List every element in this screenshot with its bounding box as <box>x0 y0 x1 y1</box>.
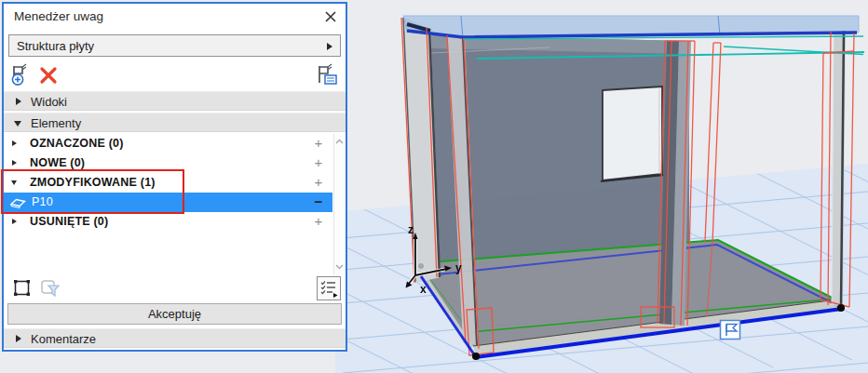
section-header-comments[interactable]: Komentarze <box>4 328 346 348</box>
list-options-button[interactable] <box>317 276 341 300</box>
list-item-p10[interactable]: P10 − <box>4 193 332 212</box>
panel-titlebar: Menedżer uwag <box>4 4 346 30</box>
add-button[interactable]: + <box>312 174 325 190</box>
chevron-right-icon <box>12 219 17 224</box>
list-item-marked[interactable]: OZNACZONE (0) + <box>4 134 332 153</box>
add-note-flag-icon[interactable] <box>10 63 34 87</box>
section-header-elements[interactable]: Elementy <box>4 113 346 132</box>
elements-list: OZNACZONE (0) + NOWE (0) + ZMODYFIKOWANE… <box>4 134 346 274</box>
chevron-right-icon <box>16 335 21 342</box>
ceiling-slab <box>403 16 859 38</box>
panel-bottom-toolbar <box>4 276 346 304</box>
app-window: z y x Menedżer uwag Struktura płyty <box>0 0 868 373</box>
note-style-dropdown[interactable]: Struktura płyty <box>8 34 341 57</box>
section-header-views[interactable]: Widoki <box>4 91 346 111</box>
chevron-right-icon <box>327 43 332 50</box>
scroll-down-icon[interactable] <box>335 264 344 270</box>
chevron-down-icon <box>11 180 17 185</box>
window-opening <box>601 87 665 181</box>
list-item-new[interactable]: NOWE (0) + <box>4 153 332 173</box>
close-icon[interactable] <box>324 10 337 23</box>
accept-button[interactable]: Akceptuję <box>7 303 342 325</box>
dropdown-value: Struktura płyty <box>17 39 94 53</box>
slab-icon <box>10 196 26 209</box>
add-button[interactable]: + <box>312 213 325 229</box>
panel-toolbar <box>4 60 346 90</box>
add-button[interactable]: + <box>312 154 325 170</box>
chevron-right-icon <box>12 160 17 166</box>
list-item-deleted[interactable]: USUNIĘTE (0) + <box>4 212 332 232</box>
note-list-flag-icon[interactable] <box>316 63 339 87</box>
chevron-right-icon <box>16 98 21 105</box>
axis-label-z: z <box>408 223 414 236</box>
delete-note-icon[interactable] <box>39 66 58 85</box>
checklist-icon <box>318 277 340 300</box>
filter-icon-disabled <box>39 278 61 298</box>
list-item-modified[interactable]: ZMODYFIKOWANE (1) + <box>4 173 332 193</box>
note-flag-marker[interactable] <box>721 321 740 340</box>
chevron-right-icon <box>12 140 17 146</box>
panel-title: Menedżer uwag <box>14 9 103 23</box>
axis-label-y: y <box>455 261 462 274</box>
chevron-down-icon <box>14 121 21 127</box>
axis-label-x: x <box>420 283 427 296</box>
scroll-up-icon[interactable] <box>335 139 344 144</box>
list-scrollbar[interactable] <box>333 134 346 274</box>
note-manager-panel: Menedżer uwag Struktura płyty <box>2 2 347 352</box>
remove-button[interactable]: − <box>312 193 325 209</box>
add-button[interactable]: + <box>312 135 325 151</box>
marquee-select-icon[interactable] <box>12 278 32 298</box>
